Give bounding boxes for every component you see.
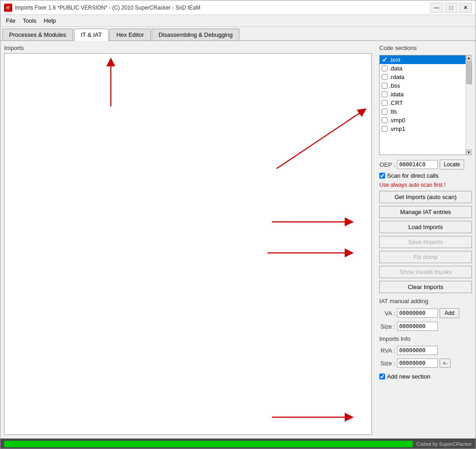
menu-tools[interactable]: Tools <box>19 16 40 25</box>
rva-label: RVA : <box>379 347 395 354</box>
info-size-input[interactable] <box>397 359 438 368</box>
section-checkbox-tls[interactable] <box>382 109 387 115</box>
oep-label: OEP : <box>379 161 395 168</box>
size-row: Size : <box>379 322 472 331</box>
save-imports-button[interactable]: Save Imports <box>379 236 472 248</box>
section-item-bss[interactable]: .bss <box>380 81 471 90</box>
section-checkbox-vmp0[interactable] <box>382 117 387 123</box>
add-new-section-row: Add new section <box>379 373 472 380</box>
load-imports-button[interactable]: Load Imports <box>379 221 472 233</box>
size-label: Size : <box>379 323 395 330</box>
menu-file[interactable]: File <box>2 16 19 25</box>
window-title: Imports Fixer 1.6 *PUBLIC VERSION* - (C)… <box>15 5 200 11</box>
tab-bar: Processes & Modules IT & IAT Hex Editor … <box>0 27 476 41</box>
info-size-row: Size : <- <box>379 359 472 368</box>
tab-processes-modules[interactable]: Processes & Modules <box>2 29 73 40</box>
oep-input[interactable] <box>397 160 438 169</box>
section-label-rdata: .rdata <box>389 74 404 80</box>
coded-by-text: Coded by SuperCRacker <box>416 441 472 447</box>
imports-area <box>4 53 372 435</box>
main-content: Imports <box>0 41 476 439</box>
section-label-vmp1: .vmp1 <box>389 125 405 132</box>
title-bar-controls: — □ ✕ <box>430 3 472 13</box>
section-checkbox-vmp1[interactable] <box>382 126 387 132</box>
imports-panel: Imports <box>0 41 376 439</box>
info-size-label: Size : <box>379 360 395 367</box>
section-checkbox-bss[interactable] <box>382 83 387 89</box>
right-panel: Code sections .text .data .rdata <box>376 41 476 439</box>
rva-row: RVA : <box>379 346 472 355</box>
main-window: IF Imports Fixer 1.6 *PUBLIC VERSION* - … <box>0 0 476 449</box>
code-sections-box[interactable]: .text .data .rdata .bss <box>379 55 472 155</box>
section-checkbox-idata[interactable] <box>382 91 387 97</box>
section-item-rdata[interactable]: .rdata <box>380 73 471 81</box>
clear-imports-button[interactable]: Clear Imports <box>379 281 472 293</box>
section-item-vmp1[interactable]: .vmp1 <box>380 125 471 133</box>
get-imports-button[interactable]: Get Imports (auto scan) <box>379 191 472 203</box>
section-item-idata[interactable]: .idata <box>380 90 471 99</box>
va-input[interactable] <box>397 309 438 318</box>
section-label-tls: .tls <box>389 108 397 115</box>
status-green-bar <box>4 441 413 447</box>
locate-button[interactable]: Locate <box>440 160 464 170</box>
tab-it-iat[interactable]: IT & IAT <box>74 29 109 41</box>
scroll-down-icon[interactable]: ▼ <box>466 150 471 155</box>
section-label-text: .text <box>389 56 401 63</box>
manage-iat-button[interactable]: Manage IAT entries <box>379 206 472 218</box>
scan-direct-calls-label: Scan for direct calls <box>387 172 438 179</box>
menu-bar: File Tools Help <box>0 15 476 27</box>
add-new-section-label: Add new section <box>387 373 430 380</box>
rva-input[interactable] <box>397 346 438 355</box>
section-checkbox-crt[interactable] <box>382 100 387 106</box>
section-checkbox-rdata[interactable] <box>382 74 387 80</box>
imports-label: Imports <box>4 45 372 51</box>
section-item-text[interactable]: .text <box>380 55 471 64</box>
tab-disassembling[interactable]: Disassembling & Debugging <box>152 29 239 40</box>
size-input[interactable] <box>397 322 438 331</box>
section-item-data[interactable]: .data <box>380 64 471 73</box>
iat-manual-label: IAT manual adding <box>379 298 472 304</box>
show-invalid-button[interactable]: Show invalid thunks <box>379 266 472 278</box>
maximize-button[interactable]: □ <box>445 3 457 13</box>
va-label: VA : <box>379 310 395 317</box>
scroll-up-icon[interactable]: ▲ <box>466 55 471 60</box>
section-checkbox-data[interactable] <box>382 65 387 71</box>
code-sections-container: .text .data .rdata .bss <box>379 55 472 155</box>
title-bar-left: IF Imports Fixer 1.6 *PUBLIC VERSION* - … <box>4 4 200 12</box>
title-bar: IF Imports Fixer 1.6 *PUBLIC VERSION* - … <box>0 0 476 15</box>
app-icon: IF <box>4 4 12 12</box>
section-label-idata: .idata <box>389 91 404 98</box>
section-label-data: .data <box>389 65 402 72</box>
section-item-vmp0[interactable]: .vmp0 <box>380 116 471 125</box>
status-bar: Coded by SuperCRacker <box>0 439 476 449</box>
scan-direct-calls-row: Scan for direct calls <box>379 172 472 179</box>
add-new-section-checkbox[interactable] <box>379 374 385 379</box>
sections-scrollbar[interactable]: ▲ ▼ <box>466 55 472 155</box>
section-label-bss: .bss <box>389 82 400 89</box>
code-sections-label: Code sections <box>379 45 472 51</box>
section-label-vmp0: .vmp0 <box>389 117 405 124</box>
add-button[interactable]: Add <box>440 308 459 318</box>
section-checkbox-text[interactable] <box>382 57 387 63</box>
warning-text: Use always auto scan first ! <box>379 182 472 188</box>
section-item-tls[interactable]: .tls <box>380 107 471 116</box>
section-item-crt[interactable]: .CRT <box>380 99 471 107</box>
oep-row: OEP : Locate <box>379 160 472 170</box>
imports-info-label: Imports Info <box>379 335 472 342</box>
scroll-thumb[interactable] <box>466 61 472 84</box>
menu-help[interactable]: Help <box>40 16 60 25</box>
minimize-button[interactable]: — <box>430 3 443 13</box>
tab-hex-editor[interactable]: Hex Editor <box>109 29 151 40</box>
imports-list[interactable] <box>4 53 372 435</box>
close-button[interactable]: ✕ <box>459 3 472 13</box>
scan-direct-calls-checkbox[interactable] <box>379 173 385 179</box>
arrow-button[interactable]: <- <box>440 359 451 368</box>
section-label-crt: .CRT <box>389 100 403 106</box>
fix-dump-button[interactable]: Fix dump <box>379 251 472 263</box>
va-row: VA : Add <box>379 308 472 318</box>
